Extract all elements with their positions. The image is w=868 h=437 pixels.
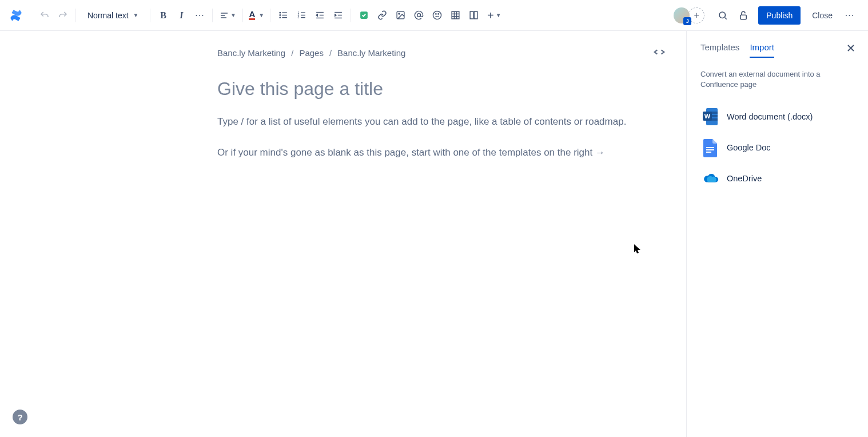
- breadcrumb-separator: /: [329, 48, 332, 58]
- svg-point-26: [435, 14, 436, 14]
- import-option-label: Word document (.docx): [727, 112, 813, 121]
- svg-text:3: 3: [297, 16, 299, 19]
- import-option-word[interactable]: W Word document (.docx): [700, 101, 854, 132]
- svg-point-27: [438, 14, 439, 14]
- bullet-list-button[interactable]: [274, 6, 292, 25]
- breadcrumb-separator: /: [291, 48, 293, 58]
- undo-button[interactable]: [35, 6, 54, 25]
- toolbar-separator: [150, 9, 150, 22]
- toolbar-separator: [212, 9, 213, 22]
- svg-point-5: [279, 17, 281, 18]
- chevron-down-icon: ▼: [230, 12, 236, 18]
- tab-templates[interactable]: Templates: [700, 42, 739, 58]
- image-button[interactable]: [391, 6, 409, 25]
- outdent-button[interactable]: [310, 6, 329, 25]
- restrictions-button[interactable]: [734, 6, 752, 25]
- toolbar-separator: [242, 9, 243, 22]
- align-dropdown[interactable]: ▼: [216, 6, 239, 25]
- text-style-dropdown[interactable]: Normal text ▼: [83, 6, 143, 25]
- text-color-icon: A: [249, 10, 255, 20]
- svg-point-4: [279, 14, 281, 16]
- chevron-down-icon: ▼: [133, 12, 139, 18]
- mention-button[interactable]: [409, 6, 428, 25]
- toolbar-separator: [75, 9, 76, 22]
- svg-rect-45: [706, 152, 711, 153]
- svg-rect-7: [282, 15, 287, 15]
- panel-tabs: Templates Import: [700, 42, 854, 59]
- svg-point-35: [719, 12, 726, 18]
- panel-description: Convert an external document into a Conf…: [700, 69, 854, 90]
- table-button[interactable]: [446, 6, 464, 25]
- import-option-onedrive[interactable]: OneDrive: [700, 163, 854, 194]
- close-button[interactable]: Close: [806, 6, 838, 25]
- breadcrumb: Banc.ly Marketing / Pages / Banc.ly Mark…: [217, 48, 652, 58]
- svg-rect-8: [282, 17, 287, 18]
- help-button[interactable]: ?: [13, 410, 27, 424]
- breadcrumb-item[interactable]: Banc.ly Marketing: [337, 48, 405, 58]
- svg-point-25: [433, 11, 441, 19]
- svg-rect-36: [740, 15, 747, 19]
- indent-button[interactable]: [329, 6, 347, 25]
- word-icon: W: [703, 107, 719, 126]
- svg-point-3: [279, 12, 281, 14]
- more-actions-button[interactable]: ···: [841, 6, 859, 25]
- svg-rect-43: [706, 147, 714, 148]
- page-body-editor[interactable]: Type / for a list of useful elements you…: [217, 114, 652, 161]
- redo-button[interactable]: [54, 6, 72, 25]
- editor-toolbar: Normal text ▼ B I ··· ▼ A ▼ 123: [0, 0, 868, 31]
- page-title-input[interactable]: Give this page a title: [217, 78, 652, 100]
- breadcrumb-item[interactable]: Pages: [299, 48, 324, 58]
- insert-dropdown[interactable]: + ▼: [483, 6, 505, 25]
- svg-point-24: [417, 14, 420, 17]
- layouts-button[interactable]: [464, 6, 483, 25]
- svg-rect-28: [452, 11, 459, 19]
- emoji-button[interactable]: [428, 6, 446, 25]
- avatar-badge: J: [683, 17, 691, 25]
- user-avatar[interactable]: J: [674, 7, 690, 23]
- main-content: Banc.ly Marketing / Pages / Banc.ly Mark…: [0, 31, 868, 437]
- toolbar-separator: [270, 9, 270, 22]
- action-item-button[interactable]: [355, 6, 373, 25]
- more-formatting-button[interactable]: ···: [190, 6, 209, 25]
- svg-text:W: W: [704, 113, 711, 120]
- svg-rect-44: [706, 149, 714, 150]
- confluence-logo[interactable]: [9, 9, 23, 22]
- side-panel: Templates Import Convert an external doc…: [686, 31, 868, 437]
- svg-rect-34: [474, 11, 477, 19]
- google-doc-icon: [703, 138, 719, 157]
- text-color-dropdown[interactable]: A ▼: [246, 6, 266, 25]
- chevron-down-icon: ▼: [258, 12, 264, 18]
- breadcrumb-item[interactable]: Banc.ly Marketing: [217, 48, 285, 58]
- svg-rect-33: [470, 11, 473, 19]
- link-button[interactable]: [373, 6, 391, 25]
- editor-hint-line: Or if your mind's gone as blank as this …: [217, 145, 652, 160]
- chevron-down-icon: ▼: [496, 12, 501, 18]
- import-option-label: Google Doc: [727, 143, 771, 152]
- bold-button[interactable]: B: [154, 6, 172, 25]
- svg-point-23: [399, 13, 400, 14]
- import-option-label: OneDrive: [727, 174, 762, 183]
- editor-hint-line: Type / for a list of useful elements you…: [217, 114, 652, 129]
- svg-rect-6: [282, 13, 287, 13]
- numbered-list-button[interactable]: 123: [292, 6, 310, 25]
- close-panel-button[interactable]: [845, 42, 857, 54]
- editor-area: Banc.ly Marketing / Pages / Banc.ly Mark…: [0, 31, 686, 437]
- import-option-gdoc[interactable]: Google Doc: [700, 132, 854, 163]
- find-replace-button[interactable]: [714, 6, 732, 25]
- text-style-label: Normal text: [87, 11, 129, 20]
- tab-import[interactable]: Import: [750, 42, 774, 58]
- onedrive-icon: [703, 169, 719, 188]
- page-width-toggle[interactable]: [653, 48, 666, 56]
- italic-button[interactable]: I: [172, 6, 190, 25]
- publish-button[interactable]: Publish: [758, 6, 801, 25]
- toolbar-separator: [351, 9, 351, 22]
